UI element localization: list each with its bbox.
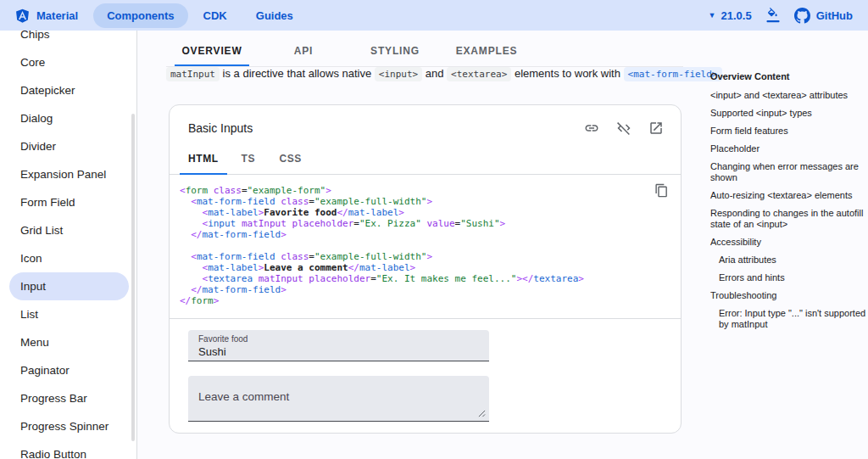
toc-item-errors-and-hints[interactable]: Errors and hints [710,272,867,283]
code-line: <textarea matInput placeholder="Ex. It m… [180,273,681,284]
comment-label: Leave a comment [198,390,289,403]
sidebar-item-divider[interactable]: Divider [0,132,128,160]
sidebar-item-chips[interactable]: Chips [0,31,128,48]
nav-item-cdk[interactable]: CDK [190,3,241,28]
copy-code-icon[interactable] [654,183,669,198]
theme-picker-button[interactable] [765,8,781,23]
code-off-icon[interactable] [616,120,632,136]
sidebar-item-label: List [20,308,38,321]
component-sidebar: ChipsCoreDatepickerDialogDividerExpansio… [0,31,137,459]
code-lang-tabs: HTMLTSCSS [170,139,681,175]
sidebar-nav: ChipsCoreDatepickerDialogDividerExpansio… [0,31,136,459]
code-line: <mat-label>Leave a comment</mat-label> [180,262,681,273]
toc-item-form-field-features[interactable]: Form field features [710,126,867,137]
sidebar-item-paginator[interactable]: Paginator [0,356,128,384]
example-card: Basic Inputs HTMLTSCSS <form class="exam… [169,104,682,434]
toc-item-input-and-textarea-attributes[interactable]: <input> and <textarea> attributes [710,90,867,101]
sidebar-item-progress-spinner[interactable]: Progress Spinner [0,412,128,440]
sidebar-item-icon[interactable]: Icon [0,244,128,272]
favorite-food-label: Favorite food [198,334,479,344]
code-line: <form class="example-form"> [180,185,681,196]
sidebar-item-label: Radio Button [20,448,86,459]
brand-label: Material [36,9,78,22]
sidebar-item-dialog[interactable]: Dialog [0,104,128,132]
chevron-down-icon: ▼ [709,11,716,20]
resize-handle-icon[interactable] [478,410,486,417]
toc-item-auto-resizing-textarea-elements[interactable]: Auto-resizing <textarea> elements [710,190,867,201]
code-line: </mat-form-field> [180,284,681,295]
tab-examples[interactable]: EXAMPLES [441,36,532,66]
version-picker[interactable]: ▼ 21.0.5 [709,9,752,22]
toc-header: Overview Content [710,71,867,82]
sidebar-item-form-field[interactable]: Form Field [0,188,128,216]
sidebar-item-list[interactable]: List [0,300,128,328]
toc-list: <input> and <textarea> attributesSupport… [710,90,867,330]
nav-item-guides[interactable]: Guides [242,3,307,28]
live-example: Favorite food Sushi Leave a comment [170,319,681,422]
sidebar-item-label: Chips [20,31,50,41]
sidebar-item-label: Form Field [20,196,75,209]
tab-styling[interactable]: STYLING [349,36,441,66]
inline-code-chip: <input> [375,67,422,81]
sidebar-item-grid-list[interactable]: Grid List [0,216,128,244]
paint-bucket-icon [765,8,781,23]
sidebar-item-label: Icon [20,252,42,265]
toc-item-aria-attributes[interactable]: Aria attributes [710,255,867,266]
code-block: <form class="example-form"> <mat-form-fi… [180,185,681,306]
sidebar-item-core[interactable]: Core [0,48,128,76]
intro-paragraph: matInput is a directive that allows nati… [166,65,725,83]
version-label: 21.0.5 [721,9,752,22]
intro-text: and [422,67,447,80]
toc-item-troubleshooting[interactable]: Troubleshooting [710,290,867,301]
sidebar-item-label: Core [20,56,45,69]
brand-home-link[interactable]: Material [15,8,78,23]
code-tab-ts[interactable]: TS [227,144,270,174]
sidebar-item-radio-button[interactable]: Radio Button [0,440,128,459]
inline-code-chip: <mat-form-field> [624,67,722,81]
sidebar-item-expansion-panel[interactable]: Expansion Panel [0,160,128,188]
sidebar-item-label: Input [20,280,46,293]
link-icon[interactable] [584,120,599,136]
sidebar-item-label: Dialog [20,112,53,125]
sidebar-item-label: Expansion Panel [20,168,106,181]
sidebar-item-label: Divider [20,140,56,153]
nav-items: ComponentsCDKGuides [93,3,307,28]
toc-item-changing-when-error-messages-are-shown[interactable]: Changing when error messages are shown [710,161,867,183]
toc-item-supported-input-types[interactable]: Supported <input> types [710,108,867,119]
nav-item-components[interactable]: Components [93,3,187,28]
doc-tabs: OVERVIEWAPISTYLINGEXAMPLES [166,36,683,67]
github-link[interactable]: GitHub [794,8,853,24]
toc-item-placeholder[interactable]: Placeholder [710,143,867,154]
github-label: GitHub [816,9,853,22]
code-tab-css[interactable]: CSS [270,144,312,174]
tab-api[interactable]: API [258,36,349,66]
sidebar-scrollbar[interactable] [131,114,135,441]
top-navbar: Material ComponentsCDKGuides ▼ 21.0.5 Gi… [0,0,868,31]
sidebar-item-label: Datepicker [20,84,75,97]
sidebar-item-label: Grid List [20,224,63,237]
code-section: <form class="example-form"> <mat-form-fi… [170,175,681,319]
code-line [180,240,681,251]
favorite-food-field[interactable]: Favorite food Sushi [188,330,489,361]
sidebar-item-label: Progress Bar [20,392,87,405]
angular-material-logo-icon [15,8,30,23]
code-line: <mat-form-field class="example-full-widt… [180,251,681,262]
sidebar-item-input[interactable]: Input [9,272,129,300]
sidebar-item-progress-bar[interactable]: Progress Bar [0,384,128,412]
code-tab-html[interactable]: HTML [180,144,227,174]
toc-item-error-input-type-isn-t-supported-by-mati[interactable]: Error: Input type "..." isn't supported … [710,308,867,330]
toc-item-responding-to-changes-in-the-autofill-st[interactable]: Responding to changes in the autofill st… [710,208,867,230]
toc-item-accessibility[interactable]: Accessibility [710,237,867,248]
intro-text: is a directive that allows native [220,67,375,80]
sidebar-item-datepicker[interactable]: Datepicker [0,76,128,104]
comment-textarea[interactable]: Leave a comment [188,376,489,422]
github-icon [794,8,810,24]
inline-code-chip: <textarea> [447,67,511,81]
open-in-new-icon[interactable] [648,120,664,136]
inline-code-chip: matInput [166,67,220,81]
favorite-food-value: Sushi [198,345,479,358]
sidebar-item-label: Progress Spinner [20,420,108,433]
sidebar-item-menu[interactable]: Menu [0,328,128,356]
tab-overview[interactable]: OVERVIEW [166,36,258,66]
code-line: <mat-form-field class="example-full-widt… [180,196,681,207]
